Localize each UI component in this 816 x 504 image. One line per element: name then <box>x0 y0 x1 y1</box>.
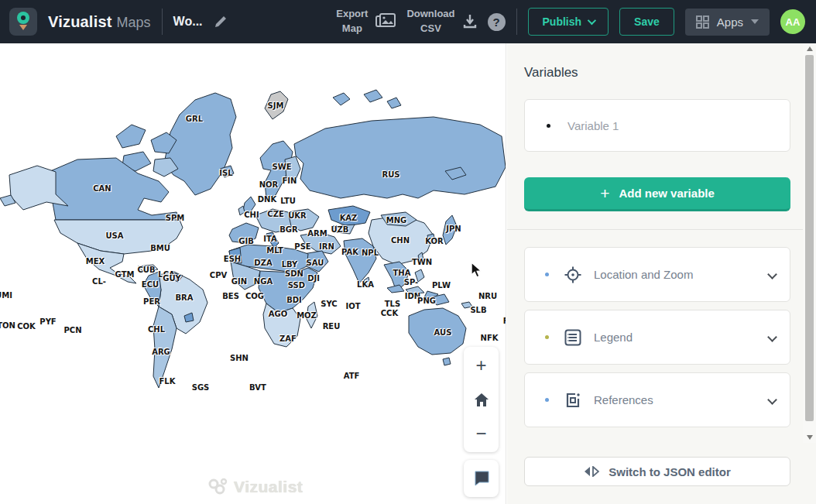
map-canvas[interactable]: SJM GRL SWE ISL RUS FIN CAN NOR DNK LTU … <box>0 43 506 504</box>
export-map-button[interactable]: Export Map <box>336 7 396 36</box>
apps-grid-icon <box>696 15 709 29</box>
scroll-down-arrow[interactable] <box>803 432 816 443</box>
variable-item-label[interactable]: Variable 1 <box>567 119 619 132</box>
help-button[interactable]: ? <box>488 13 506 31</box>
save-button[interactable]: Save <box>619 8 674 36</box>
app-logo[interactable] <box>9 8 37 36</box>
variable-list-card[interactable]: Variable 1 <box>524 99 790 152</box>
divider <box>162 9 163 35</box>
variables-heading: Variables <box>524 65 790 81</box>
publish-label: Publish <box>543 15 582 28</box>
status-dot <box>545 398 549 402</box>
code-toggle-icon <box>584 466 599 477</box>
section-label: Location and Zoom <box>594 268 693 281</box>
bullet-icon <box>547 124 550 128</box>
legend-list-icon <box>564 329 581 346</box>
save-label: Save <box>634 15 660 28</box>
feedback-chat-button[interactable] <box>464 460 499 497</box>
export-map-icon <box>375 13 396 30</box>
plus-icon: + <box>600 185 609 201</box>
status-dot <box>545 335 549 339</box>
watermark-logo-icon <box>207 477 229 497</box>
map-pin-icon <box>16 12 30 32</box>
avatar-initials: AA <box>786 16 801 28</box>
section-references[interactable]: References <box>524 372 790 427</box>
scroll-up-arrow[interactable] <box>803 43 816 54</box>
references-icon <box>564 392 581 409</box>
caret-down-icon <box>751 19 759 24</box>
chevron-down-icon[interactable] <box>767 395 777 405</box>
top-navbar: Vizualist Maps Wo... Export Map Download… <box>0 0 816 43</box>
document-title[interactable]: Wo... <box>173 15 203 29</box>
switch-json-editor-button[interactable]: Switch to JSON editor <box>524 457 790 486</box>
map-zoom-controls: + − <box>464 347 499 452</box>
chat-bubble-icon <box>473 471 490 486</box>
status-dot <box>545 273 549 276</box>
apps-label: Apps <box>717 15 743 29</box>
download-csv-button[interactable]: Download CSV <box>406 7 476 36</box>
brand: Vizualist Maps <box>48 13 151 31</box>
user-avatar[interactable]: AA <box>780 9 805 34</box>
section-label: Legend <box>594 331 633 344</box>
chevron-down-icon <box>588 16 596 25</box>
location-crosshair-icon <box>564 266 581 283</box>
download-icon <box>463 14 477 29</box>
export-map-label: Export Map <box>336 7 368 36</box>
add-variable-button[interactable]: + Add new variable <box>524 177 790 211</box>
help-question-mark: ? <box>492 15 499 29</box>
brand-name: Vizualist <box>48 13 112 31</box>
zoom-out-button[interactable]: − <box>471 423 492 444</box>
section-legend[interactable]: Legend <box>524 310 790 365</box>
publish-button[interactable]: Publish <box>528 8 609 36</box>
section-label: References <box>594 393 653 406</box>
world-map[interactable] <box>0 43 506 504</box>
section-location-and-zoom[interactable]: Location and Zoom <box>524 247 790 302</box>
scrollbar-thumb[interactable] <box>805 55 814 421</box>
download-csv-label: Download CSV <box>406 7 454 36</box>
edit-title-icon[interactable] <box>214 15 228 29</box>
home-button[interactable] <box>471 389 492 410</box>
watermark-text: Vizualist <box>234 478 303 496</box>
apps-button[interactable]: Apps <box>685 9 770 36</box>
right-sidebar: Variables Variable 1 + Add new variable … <box>507 43 816 504</box>
divider <box>516 9 517 35</box>
chevron-down-icon[interactable] <box>767 269 777 279</box>
divider <box>507 229 803 230</box>
add-variable-label: Add new variable <box>619 187 714 200</box>
sidebar-scrollbar[interactable] <box>803 43 816 443</box>
brand-product: Maps <box>117 15 151 31</box>
zoom-in-button[interactable]: + <box>471 355 492 376</box>
home-icon <box>474 393 489 407</box>
switch-json-editor-label: Switch to JSON editor <box>609 465 731 478</box>
chevron-down-icon[interactable] <box>767 332 777 342</box>
map-watermark: Vizualist <box>207 477 303 497</box>
